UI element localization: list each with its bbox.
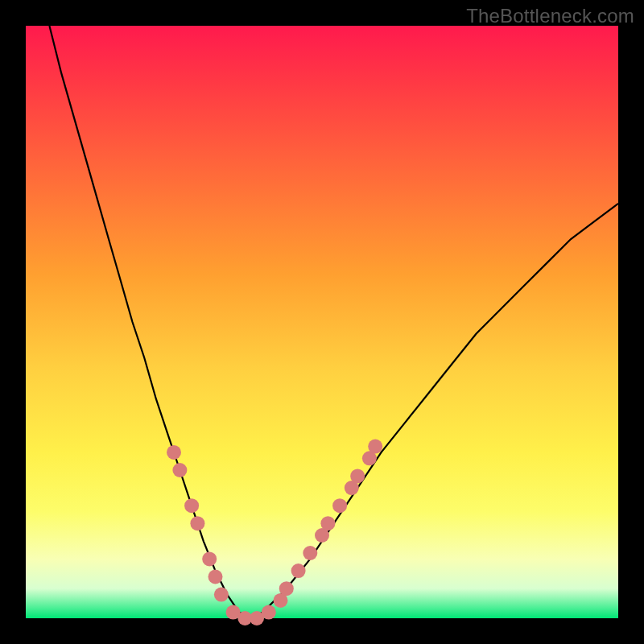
range-dot bbox=[291, 564, 306, 578]
range-dot bbox=[332, 498, 347, 513]
range-dot bbox=[303, 546, 317, 560]
bottleneck-curve bbox=[49, 26, 618, 618]
range-dot bbox=[167, 445, 181, 460]
range-dot bbox=[172, 463, 187, 477]
range-dot bbox=[208, 570, 223, 584]
range-dot bbox=[350, 469, 365, 483]
watermark-text: TheBottleneck.com bbox=[466, 5, 634, 27]
typical-range-dots bbox=[167, 440, 382, 625]
range-dot bbox=[368, 440, 382, 454]
range-dot bbox=[279, 581, 294, 596]
chart-frame: TheBottleneck.com bbox=[0, 0, 644, 644]
range-dot bbox=[262, 605, 276, 620]
range-dot bbox=[190, 516, 204, 530]
range-dot bbox=[214, 588, 229, 602]
range-dot bbox=[184, 498, 199, 513]
range-dot bbox=[202, 551, 217, 566]
range-dot bbox=[320, 516, 335, 530]
curve-layer bbox=[26, 26, 618, 618]
